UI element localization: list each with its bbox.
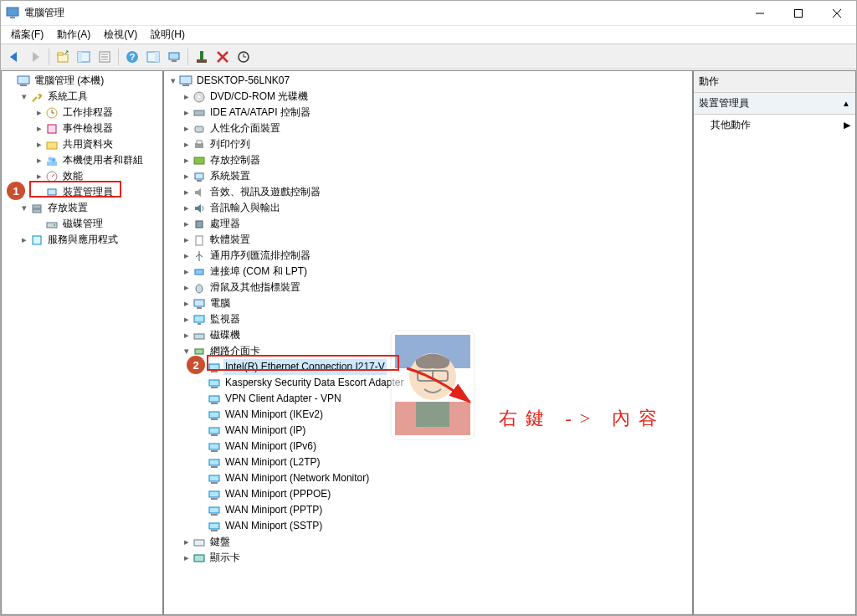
actions-pane-title: 動作: [694, 71, 855, 93]
actions-devmgr-header[interactable]: 裝置管理員 ▲: [694, 93, 855, 115]
expand-icon[interactable]: ▸: [181, 534, 192, 550]
device-wan-monitor[interactable]: ▸WAN Miniport (Network Monitor): [166, 470, 690, 486]
tree-item-event-viewer[interactable]: ▸ 事件檢視器: [3, 121, 161, 136]
svg-rect-0: [7, 8, 18, 16]
device-category-display-adapters[interactable]: ▸顯示卡: [166, 550, 690, 566]
expand-icon[interactable]: ▸: [181, 248, 192, 264]
close-button[interactable]: [818, 1, 856, 25]
expand-icon[interactable]: ▸: [181, 105, 192, 121]
computer-icon: [17, 74, 30, 88]
expand-icon[interactable]: ▸: [33, 168, 45, 184]
collapse-icon[interactable]: ▾: [18, 200, 30, 216]
update-driver-button[interactable]: [233, 47, 254, 67]
network-icon: [192, 345, 206, 358]
help-button[interactable]: ?: [122, 47, 142, 67]
services-icon: [30, 234, 44, 247]
tree-item-local-users-groups[interactable]: ▸ 本機使用者和群組: [3, 152, 161, 168]
device-category-system-devices[interactable]: ▸系統裝置: [166, 168, 690, 184]
tree-item-task-scheduler[interactable]: ▸ 工作排程器: [3, 105, 161, 121]
console-tree[interactable]: 電腦管理 (本機) ▾ 系統工具 ▸ 工作排程器 ▸ 事件檢視器: [2, 71, 162, 249]
device-root[interactable]: ▾ DESKTOP-56LNK07: [166, 73, 690, 89]
device-category-keyboards[interactable]: ▸鍵盤: [166, 534, 690, 550]
collapse-icon[interactable]: ▾: [18, 89, 30, 105]
tree-item-system-tools[interactable]: ▾ 系統工具: [3, 89, 161, 105]
expand-icon[interactable]: ▸: [181, 327, 192, 343]
svg-rect-89: [209, 523, 219, 529]
collapse-icon[interactable]: ▾: [167, 73, 179, 89]
show-hide-tree-button[interactable]: [74, 47, 94, 67]
up-button[interactable]: [53, 47, 73, 67]
expand-icon[interactable]: ▸: [181, 264, 192, 280]
watermark-avatar: [374, 322, 491, 448]
minimize-button[interactable]: [741, 1, 779, 25]
device-category-ide[interactable]: ▸IDE ATA/ATAPI 控制器: [166, 105, 690, 121]
device-category-print-queue[interactable]: ▸列印佇列: [166, 136, 690, 152]
device-tree[interactable]: ▾ DESKTOP-56LNK07 ▸DVD/CD-ROM 光碟機 ▸IDE A…: [164, 71, 692, 567]
expand-icon[interactable]: ▸: [181, 184, 192, 200]
device-wan-pppoe[interactable]: ▸WAN Miniport (PPPOE): [166, 486, 690, 502]
tree-item-services-apps[interactable]: ▸ 服務與應用程式: [3, 232, 161, 248]
tree-root-computer-management[interactable]: 電腦管理 (本機): [3, 73, 161, 89]
expand-icon[interactable]: ▸: [181, 550, 192, 566]
device-manager-icon: [45, 186, 59, 199]
tree-item-device-manager[interactable]: ▸ 裝置管理員: [3, 184, 161, 200]
tree-item-storage[interactable]: ▾ 存放裝置: [3, 200, 161, 216]
expand-icon[interactable]: ▸: [181, 136, 192, 152]
svg-rect-63: [194, 300, 204, 306]
svg-rect-73: [209, 396, 219, 402]
device-category-computer[interactable]: ▸電腦: [166, 295, 690, 311]
folder-shared-icon: [45, 138, 59, 151]
menu-help[interactable]: 說明(H): [144, 26, 192, 44]
expand-icon[interactable]: ▸: [18, 232, 30, 248]
expand-icon[interactable]: ▸: [181, 152, 192, 168]
device-category-sound-video-game[interactable]: ▸音效、視訊及遊戲控制器: [166, 184, 690, 200]
svg-rect-78: [211, 434, 218, 436]
show-hide-actions-button[interactable]: [143, 47, 163, 67]
device-category-dvd[interactable]: ▸DVD/CD-ROM 光碟機: [166, 89, 690, 105]
expand-icon[interactable]: ▸: [33, 152, 45, 168]
properties-button[interactable]: [95, 47, 115, 67]
expand-icon[interactable]: ▸: [181, 89, 192, 105]
device-category-audio-io[interactable]: ▸音訊輸入與輸出: [166, 200, 690, 216]
tree-item-disk-management[interactable]: ▸ 磁碟管理: [3, 216, 161, 232]
device-category-ports[interactable]: ▸連接埠 (COM 和 LPT): [166, 264, 690, 280]
menu-file[interactable]: 檔案(F): [4, 26, 50, 44]
tree-item-performance[interactable]: ▸ 效能: [3, 168, 161, 184]
device-wan-sstp[interactable]: ▸WAN Miniport (SSTP): [166, 518, 690, 534]
expand-icon[interactable]: ▸: [181, 121, 192, 136]
device-category-storage-controller[interactable]: ▸存放控制器: [166, 152, 690, 168]
expand-icon[interactable]: ▸: [181, 280, 192, 295]
enable-button[interactable]: [192, 47, 212, 67]
device-wan-pptp[interactable]: ▸WAN Miniport (PPTP): [166, 502, 690, 518]
expand-icon[interactable]: ▸: [33, 105, 45, 121]
expand-icon[interactable]: ▸: [181, 232, 192, 248]
svg-rect-60: [196, 236, 203, 245]
expand-icon[interactable]: ▸: [33, 136, 45, 152]
device-category-processors[interactable]: ▸處理器: [166, 216, 690, 232]
expand-icon[interactable]: ▸: [181, 168, 192, 184]
maximize-button[interactable]: [779, 1, 818, 25]
expand-icon[interactable]: ▸: [181, 200, 192, 216]
collapse-icon[interactable]: ▾: [181, 343, 192, 359]
device-category-mice[interactable]: ▸滑鼠及其他指標裝置: [166, 280, 690, 295]
svg-rect-80: [211, 450, 218, 452]
disable-button[interactable]: [213, 47, 233, 67]
device-category-usb[interactable]: ▸通用序列匯流排控制器: [166, 248, 690, 264]
svg-rect-56: [194, 157, 204, 164]
nav-forward-button[interactable]: [25, 47, 45, 67]
svg-rect-18: [169, 53, 179, 59]
nav-back-button[interactable]: [4, 47, 24, 67]
actions-other[interactable]: 其他動作 ▶: [694, 115, 855, 136]
expand-icon[interactable]: ▸: [181, 311, 192, 327]
device-wan-l2tp[interactable]: ▸WAN Miniport (L2TP): [166, 454, 690, 470]
menu-action[interactable]: 動作(A): [50, 26, 97, 44]
expand-icon[interactable]: ▸: [33, 121, 45, 136]
svg-rect-72: [211, 387, 218, 388]
expand-icon[interactable]: ▸: [181, 216, 192, 232]
expand-icon[interactable]: ▸: [181, 295, 192, 311]
tree-item-shared-folders[interactable]: ▸ 共用資料夾: [3, 136, 161, 152]
menu-view[interactable]: 檢視(V): [97, 26, 144, 44]
device-category-hid[interactable]: ▸人性化介面裝置: [166, 121, 690, 136]
scan-hardware-button[interactable]: [164, 47, 184, 67]
device-category-software-devices[interactable]: ▸軟體裝置: [166, 232, 690, 248]
